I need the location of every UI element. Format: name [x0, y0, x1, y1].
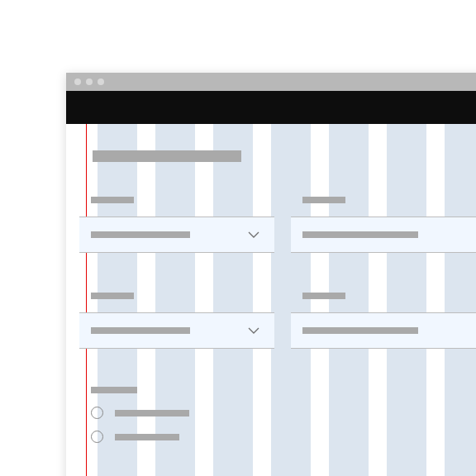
field-label: Label [302, 197, 345, 203]
text-field[interactable]: Text entry value [291, 217, 476, 253]
dropdown-field[interactable]: Dropdown option [79, 217, 274, 253]
browser-window: Page heading placeholder Label Dropdown … [66, 73, 476, 476]
window-titlebar [66, 73, 476, 91]
text-value: Text entry value [302, 327, 418, 334]
page-title: Page heading placeholder [93, 150, 241, 162]
chevron-down-icon [248, 231, 259, 238]
dropdown-field[interactable]: Dropdown option [79, 312, 274, 349]
traffic-light-close[interactable] [74, 79, 81, 85]
form-col-left: Label Dropdown option [79, 293, 274, 349]
radio-option[interactable]: First radio option [91, 407, 476, 419]
radio-icon [91, 407, 103, 419]
dropdown-value: Dropdown option [91, 327, 190, 334]
text-field[interactable]: Text entry value [291, 312, 476, 349]
content-area: Page heading placeholder Label Dropdown … [66, 124, 476, 476]
radio-icon [91, 431, 103, 443]
field-label: Label [302, 293, 345, 299]
form-col-right: Label Text entry value [291, 197, 476, 253]
radio-group-label: Options [91, 387, 137, 393]
form-col-right: Label Text entry value [291, 293, 476, 349]
chevron-down-icon [248, 327, 259, 334]
form-row: Label Dropdown option Label Text entry v… [79, 197, 476, 253]
radio-label: First radio option [115, 410, 189, 416]
traffic-light-min[interactable] [86, 79, 93, 85]
field-label: Label [91, 293, 134, 299]
app-header-bar [66, 91, 476, 124]
traffic-light-max[interactable] [98, 79, 104, 85]
radio-group: Options First radio option Second option [91, 387, 476, 443]
form: Label Dropdown option Label Text entry v… [79, 197, 476, 455]
radio-label: Second option [115, 434, 179, 440]
dropdown-value: Dropdown option [91, 231, 190, 238]
form-row: Label Dropdown option Label Text entry v… [79, 293, 476, 349]
form-col-left: Label Dropdown option [79, 197, 274, 253]
field-label: Label [91, 197, 134, 203]
text-value: Text entry value [302, 231, 418, 238]
